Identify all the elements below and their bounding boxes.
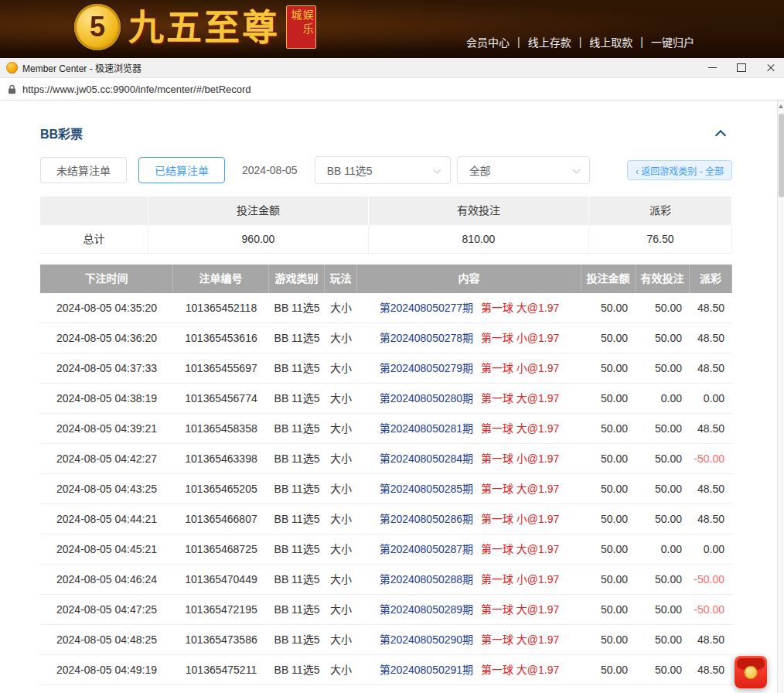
cell-game-category: BB 11选5 xyxy=(269,384,325,413)
cell-bet-amount: 50.00 xyxy=(581,414,636,443)
nav-online-deposit[interactable]: 线上存款 xyxy=(528,34,571,50)
cell-valid-bet: 0.00 xyxy=(636,384,690,413)
bet-table-header: 下注时间 注单编号 游戏类别 玩法 内容 投注金额 有效投注 派彩 xyxy=(40,265,732,293)
cell-valid-bet: 50.00 xyxy=(636,474,690,504)
cell-content: 第202408050280期 第一球 大@1.97 xyxy=(357,384,581,413)
content-pick: 第一球 大@1.97 xyxy=(481,603,559,616)
scrollbar-up-arrow-icon[interactable] xyxy=(779,104,783,108)
nav-member-center[interactable]: 会员中心 xyxy=(466,34,510,50)
cell-play-type: 大小 xyxy=(325,504,357,534)
content-pick: 第一球 大@1.97 xyxy=(481,392,559,405)
close-icon[interactable] xyxy=(765,63,776,73)
cell-game-category: BB 11选5 xyxy=(269,565,325,594)
chevron-down-icon xyxy=(433,166,441,174)
scope-select[interactable]: 全部 xyxy=(457,156,590,184)
logo-number: 5 xyxy=(90,11,105,43)
cell-bet-amount: 50.00 xyxy=(581,685,636,693)
game-select[interactable]: BB 11选5 xyxy=(315,156,451,184)
cell-content: 第202408050284期 第一球 小@1.97 xyxy=(357,444,581,473)
tab-title: Member Center - 极速浏览器 xyxy=(22,61,141,74)
cell-bet-time: 2024-08-05 04:47:25 xyxy=(40,595,173,624)
cell-order-id: 101365452118 xyxy=(173,293,269,323)
cell-game-category: BB 11选5 xyxy=(269,655,325,684)
cell-bet-time: 2024-08-05 04:39:21 xyxy=(40,414,173,443)
cell-game-category: BB 11选5 xyxy=(269,534,325,564)
content-period: 第202408050284期 xyxy=(380,452,473,465)
cell-payout: 48.50 xyxy=(690,353,732,383)
cell-valid-bet: 50.00 xyxy=(636,414,690,443)
brand-subtitle: 娱乐城 xyxy=(286,5,316,49)
content-period: 第202408050290期 xyxy=(380,633,473,646)
cell-content: 第202408050286期 第一球 小@1.97 xyxy=(357,504,581,534)
cell-game-category: BB 11选5 xyxy=(269,625,325,654)
cell-game-category: BB 11选5 xyxy=(269,595,325,624)
cell-play-type: 大小 xyxy=(325,655,357,684)
cell-payout: -50.00 xyxy=(690,685,732,693)
back-to-category-button[interactable]: ‹ 返回游戏类别 - 全部 xyxy=(627,160,732,180)
table-row: 2024-08-05 04:38:19 101365456774 BB 11选5… xyxy=(40,384,732,414)
cell-valid-bet: 50.00 xyxy=(636,655,690,684)
scrollbar-thumb[interactable] xyxy=(779,114,784,197)
cell-payout: 48.50 xyxy=(690,293,732,323)
cell-game-category: BB 11选5 xyxy=(269,444,325,473)
nav-separator: | xyxy=(640,36,643,48)
date-picker[interactable]: 2024-08-05 xyxy=(242,164,298,176)
maximize-icon[interactable] xyxy=(736,63,747,73)
window-controls xyxy=(707,63,776,73)
cell-valid-bet: 50.00 xyxy=(636,444,690,473)
table-row: 2024-08-05 04:46:24 101365470449 BB 11选5… xyxy=(40,565,732,595)
cell-bet-amount: 50.00 xyxy=(581,595,636,624)
filter-bar: 未结算注单 已结算注单 2024-08-05 BB 11选5 全部 ‹ 返回游戏… xyxy=(40,156,732,184)
banner-nav: 会员中心 | 线上存款 | 线上取款 | 一键归户 xyxy=(466,34,694,50)
content-period: 第202408050279期 xyxy=(380,362,473,374)
header-valid-bet: 有效投注 xyxy=(636,265,690,293)
panel-header: BB彩票 xyxy=(40,101,732,142)
summary-corner-cell xyxy=(40,196,148,225)
cell-payout: -50.00 xyxy=(690,595,732,624)
content-pick: 第一球 大@1.97 xyxy=(481,422,559,435)
table-row: 2024-08-05 04:37:33 101365455697 BB 11选5… xyxy=(40,353,732,384)
site-logo[interactable]: 5 九五至尊 娱乐城 xyxy=(74,4,316,50)
cell-bet-time: 2024-08-05 04:44:21 xyxy=(40,504,173,534)
header-play-type: 玩法 xyxy=(325,265,357,293)
browser-urlbar: https://www.jw05.cc:9900/infe/mcenter/#/… xyxy=(0,78,784,101)
nav-separator: | xyxy=(579,36,582,48)
cell-order-id: 101365470449 xyxy=(173,565,269,594)
table-row: 2024-08-05 04:36:20 101365453616 BB 11选5… xyxy=(40,323,732,353)
summary-header-bet: 投注金额 xyxy=(148,196,369,225)
cell-payout: 48.50 xyxy=(690,414,732,443)
nav-one-key-transfer[interactable]: 一键归户 xyxy=(651,34,694,50)
cell-bet-amount: 50.00 xyxy=(581,323,636,353)
content-period: 第202408050280期 xyxy=(380,392,473,405)
cell-bet-amount: 50.00 xyxy=(581,625,636,654)
cell-content: 第202408050279期 第一球 小@1.97 xyxy=(357,353,581,383)
red-envelope-icon[interactable] xyxy=(735,656,767,688)
settled-bets-button[interactable]: 已结算注单 xyxy=(138,157,225,183)
nav-separator: | xyxy=(517,36,520,48)
cell-game-category: BB 11选5 xyxy=(269,323,325,353)
cell-content: 第202408050277期 第一球 大@1.97 xyxy=(357,293,581,323)
cell-bet-amount: 50.00 xyxy=(581,534,636,564)
cell-bet-time: 2024-08-05 04:37:33 xyxy=(40,353,173,383)
tab-favicon-icon xyxy=(6,62,18,73)
minimize-icon[interactable] xyxy=(707,63,718,73)
cell-valid-bet: 50.00 xyxy=(636,323,690,353)
unsettled-bets-button[interactable]: 未结算注单 xyxy=(40,157,127,183)
cell-order-id: 101365458358 xyxy=(173,414,269,443)
collapse-chevron-up-icon[interactable] xyxy=(715,129,726,140)
summary-valid-total: 810.00 xyxy=(369,225,589,254)
cell-content: 第202408050292期 第一球 小@1.97 xyxy=(357,685,581,693)
url-input[interactable]: https://www.jw05.cc:9900/infe/mcenter/#/… xyxy=(22,84,776,95)
cell-order-id: 101365455697 xyxy=(173,353,269,383)
table-row: 2024-08-05 04:43:25 101365465205 BB 11选5… xyxy=(40,474,732,504)
page-scrollbar[interactable] xyxy=(777,101,784,693)
cell-bet-time: 2024-08-05 04:43:25 xyxy=(40,474,173,504)
cell-play-type: 大小 xyxy=(325,595,357,624)
cell-order-id: 101365463398 xyxy=(173,444,269,473)
content-period: 第202408050286期 xyxy=(380,513,473,525)
bet-table-body: 2024-08-05 04:35:20 101365452118 BB 11选5… xyxy=(40,293,732,693)
table-row: 2024-08-05 04:35:20 101365452118 BB 11选5… xyxy=(40,293,732,323)
summary-total-row: 总计 960.00 810.00 76.50 xyxy=(40,225,732,254)
table-row: 2024-08-05 04:42:27 101365463398 BB 11选5… xyxy=(40,444,732,474)
nav-online-withdraw[interactable]: 线上取款 xyxy=(589,34,632,50)
